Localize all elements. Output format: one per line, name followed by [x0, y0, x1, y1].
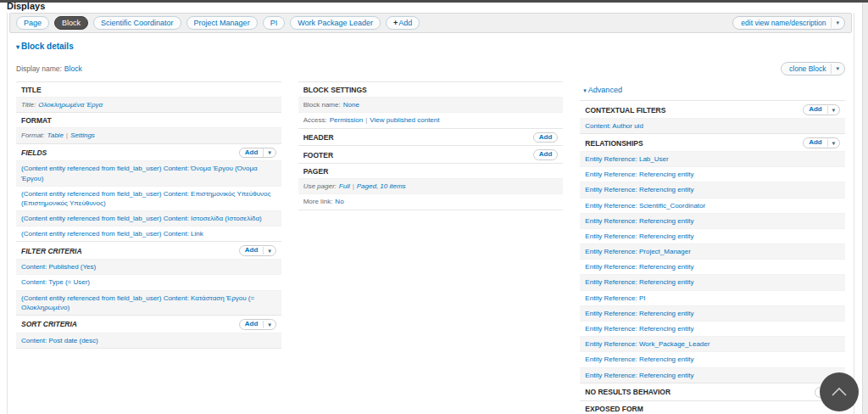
add-button-label: Add	[804, 138, 827, 148]
section-title: FIELDS	[21, 148, 47, 157]
config-link[interactable]: (Content entity referenced from field_la…	[21, 215, 262, 222]
add-button[interactable]: Add▾	[803, 137, 840, 148]
section-title: EXPOSED FORM	[585, 405, 643, 413]
config-link[interactable]: (Content entity referenced from field_la…	[21, 294, 254, 311]
config-row: (Content entity referenced from field_la…	[16, 186, 281, 210]
config-link[interactable]: Entity Reference: Referencing entity	[585, 217, 693, 225]
chevron-down-icon: ▾	[16, 43, 19, 51]
clone-display-button[interactable]: clone Block ▾	[781, 62, 845, 76]
row-label: More link:	[303, 198, 333, 205]
section-header-footer: FOOTERAdd	[298, 145, 564, 163]
config-row: Entity Reference: Referencing entity	[580, 321, 845, 336]
config-row: Format:Table|Settings	[16, 127, 281, 143]
config-link[interactable]: Entity Reference: Referencing entity	[585, 325, 693, 333]
config-link[interactable]: Full	[339, 182, 350, 190]
config-link[interactable]: (Content entity referenced from field_la…	[21, 165, 258, 182]
config-link[interactable]: Entity Reference: Referencing entity	[585, 186, 693, 193]
config-link[interactable]: Content: Author uid	[585, 122, 643, 130]
edit-view-name-button[interactable]: edit view name/description ▾	[732, 16, 845, 30]
display-tab-pi[interactable]: PI	[263, 16, 286, 31]
display-tab-page[interactable]: Page	[16, 16, 49, 31]
config-row: Entity Reference: Referencing entity	[580, 182, 845, 197]
column-left: TITLETitle:Ολοκληρωμένα ΈργαFORMATFormat…	[16, 81, 281, 349]
display-name-value[interactable]: Block	[64, 64, 82, 73]
config-row: Content: Post date (desc)	[16, 333, 281, 348]
config-link[interactable]: Entity Reference: Referencing entity	[585, 355, 693, 363]
config-link[interactable]: Entity Reference: Referencing entity	[585, 310, 693, 317]
config-link[interactable]: Entity Reference: PI	[585, 294, 645, 302]
section-header-exposed-form: EXPOSED FORM	[580, 400, 845, 414]
column-right-sections: CONTEXTUAL FILTERSAdd▾Content: Author ui…	[580, 100, 845, 414]
config-row: (Content entity referenced from field_la…	[16, 210, 281, 226]
config-link[interactable]: Entity Reference: Referencing entity	[585, 171, 693, 178]
config-link[interactable]: Entity Reference: Lab_User	[585, 155, 668, 163]
config-row: Entity Reference: Scientific_Coordinator	[580, 198, 845, 213]
add-button[interactable]: Add	[533, 132, 559, 143]
scrollbar-track[interactable]	[862, 3, 868, 414]
config-link[interactable]: Ολοκληρωμένα Έργα	[38, 101, 103, 109]
add-button[interactable]: Add▾	[803, 104, 840, 115]
row-label: Title:	[21, 101, 36, 109]
config-link[interactable]: (Content entity referenced from field_la…	[21, 230, 203, 238]
config-link[interactable]: Entity Reference: Referencing entity	[585, 278, 693, 286]
section-title: PAGER	[303, 167, 329, 176]
config-link[interactable]: Content: Published (Yes)	[21, 263, 96, 271]
config-link[interactable]: Content: Post date (desc)	[21, 337, 98, 344]
top-border-bar	[0, 0, 868, 3]
config-link[interactable]: Entity Reference: Referencing entity	[585, 232, 693, 240]
edit-view-name-label: edit view name/description	[733, 17, 831, 29]
add-button[interactable]: Add▾	[239, 245, 276, 256]
config-link[interactable]: Settings	[70, 131, 95, 139]
display-tab-project-manager[interactable]: Project Manager	[186, 16, 258, 31]
advanced-toggle[interactable]: ▾Advanced	[580, 81, 845, 100]
caret-down-icon: ▾	[831, 64, 844, 74]
config-link[interactable]: Entity Reference: Project_Manager	[585, 248, 691, 255]
config-link[interactable]: Entity Reference: Referencing entity	[585, 263, 693, 271]
page-title: Displays	[7, 1, 45, 11]
config-link[interactable]: Entity Reference: Referencing entity	[585, 372, 693, 379]
chevron-down-icon: ▾	[583, 87, 587, 93]
caret-down-icon: ▾	[263, 247, 275, 255]
display-tab-work-package-leader[interactable]: Work Package Leader	[290, 16, 381, 31]
config-link[interactable]: Entity Reference: Work_Package_Leader	[585, 340, 709, 348]
config-link[interactable]: View published content	[370, 116, 439, 124]
section-title: FOOTER	[303, 151, 333, 159]
column-right: ▾Advanced CONTEXTUAL FILTERSAdd▾Content:…	[580, 81, 845, 414]
config-row: Block name:None	[298, 97, 564, 112]
config-link[interactable]: (Content entity referenced from field_la…	[21, 190, 270, 207]
config-link[interactable]: Permission	[330, 116, 364, 124]
section-header-sort-criteria: SORT CRITERIAAdd▾	[16, 315, 281, 333]
display-tab-block[interactable]: Block	[54, 16, 88, 31]
add-button[interactable]: Add▾	[239, 319, 276, 330]
config-link[interactable]: Entity Reference: Scientific_Coordinator	[585, 202, 705, 210]
add-button[interactable]: Add▾	[239, 148, 276, 159]
display-tab-scientific-coordinator[interactable]: Scientific Coordinator	[93, 16, 181, 31]
add-button-label: Add	[804, 105, 827, 115]
config-row: (Content entity referenced from field_la…	[16, 226, 281, 241]
section-title: FILTER CRITERIA	[21, 247, 82, 255]
config-row: Content: Author uid	[580, 118, 845, 133]
block-details-label: Block details	[21, 42, 74, 51]
scroll-to-top-button[interactable]	[820, 372, 859, 411]
add-button-label: Add	[240, 246, 264, 255]
config-row: Use pager:Full|Paged, 10 items	[298, 178, 564, 193]
add-display-button[interactable]: +Add	[386, 16, 420, 31]
add-button[interactable]: Add	[533, 149, 559, 160]
block-details-toggle[interactable]: ▾Block details	[16, 42, 845, 51]
section-title: HEADER	[303, 133, 334, 142]
config-link[interactable]: Table	[47, 131, 64, 139]
caret-down-icon: ▾	[827, 106, 839, 114]
section-header-contextual-filters: CONTEXTUAL FILTERSAdd▾	[580, 100, 845, 118]
config-link[interactable]: None	[343, 101, 359, 109]
add-button-label: Add	[240, 148, 264, 158]
config-link[interactable]: No	[335, 198, 343, 205]
config-link[interactable]: Paged, 10 items	[357, 182, 406, 190]
display-tabs-bar: PageBlockScientific CoordinatorProject M…	[9, 13, 852, 33]
config-link[interactable]: Content: Type (= User)	[21, 278, 90, 286]
section-header-fields: FIELDSAdd▾	[16, 143, 281, 161]
config-row: Entity Reference: Project_Manager	[580, 243, 845, 259]
config-row: Entity Reference: Referencing entity	[580, 228, 845, 243]
section-header-relationships: RELATIONSHIPSAdd▾	[580, 133, 845, 151]
caret-down-icon: ▾	[263, 148, 275, 156]
add-button-label: Add	[534, 133, 558, 143]
